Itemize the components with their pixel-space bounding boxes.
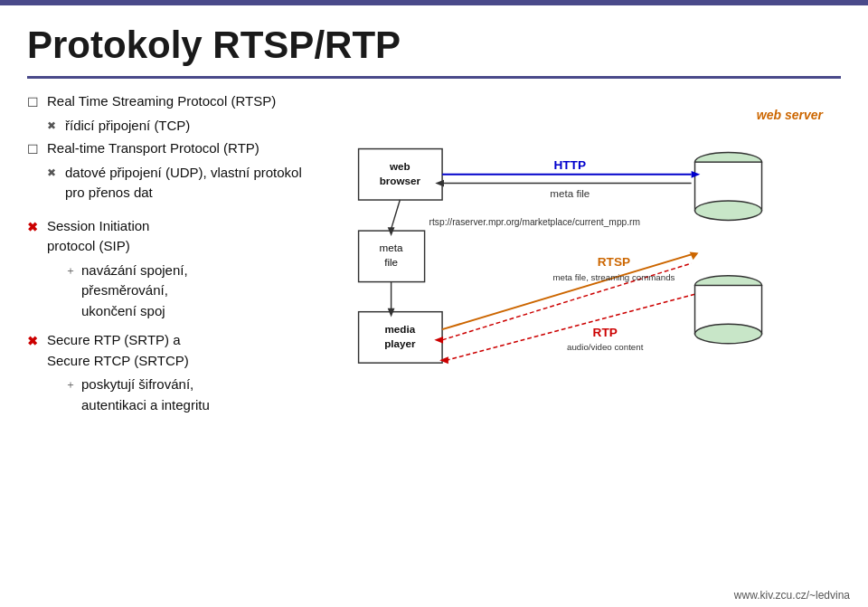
svg-text:RTSP: RTSP [598, 255, 630, 269]
svg-text:meta: meta [380, 242, 403, 253]
diagram-svg: web browser meta file media player [326, 100, 832, 435]
bullet-sip: ✖ Session Initiationprotocol (SIP) [27, 216, 316, 257]
bullet-srtp: ✖ Secure RTP (SRTP) aSecure RTCP (SRTCP) [27, 330, 316, 371]
svg-text:media: media [384, 323, 415, 335]
x-icon-4: ✖ [27, 332, 47, 351]
x-icon-2: ✖ [47, 165, 65, 181]
svg-text:player: player [384, 337, 416, 349]
bullet-sip-text: Session Initiationprotocol (SIP) [47, 216, 149, 257]
svg-line-23 [442, 254, 692, 329]
svg-text:RTP: RTP [593, 326, 618, 339]
svg-text:HTTP: HTTP [553, 158, 586, 172]
bullet-rtsp: ☐ Real Time Streaming Protocol (RTSP) [27, 91, 316, 112]
bullet-rtsp-text: Real Time Streaming Protocol (RTSP) [47, 91, 276, 112]
svg-text:meta file, streaming commands: meta file, streaming commands [552, 272, 675, 282]
plus-icon-1: ＋ [65, 262, 81, 279]
content-area: ☐ Real Time Streaming Protocol (RTSP) ✖ … [27, 91, 841, 435]
svg-marker-26 [434, 337, 443, 344]
svg-marker-24 [690, 251, 699, 260]
bullet-rtp-sub1-text: datové připojení (UDP), vlastní protokol… [65, 163, 316, 204]
bullet-rtp-text: Real-time Transport Protocol (RTP) [47, 138, 259, 159]
svg-marker-30 [439, 356, 448, 364]
divider [27, 76, 841, 79]
svg-point-35 [695, 324, 762, 343]
svg-rect-3 [359, 231, 425, 281]
svg-text:rtsp://raserver.mpr.org/market: rtsp://raserver.mpr.org/marketplace/curr… [429, 217, 640, 227]
svg-text:meta file: meta file [550, 187, 590, 199]
svg-text:browser: browser [380, 175, 421, 186]
svg-rect-0 [359, 149, 443, 200]
bullet-srtp-sub1-text: poskytují šifrování,autentikaci a integr… [81, 375, 210, 415]
svg-text:audio/video content: audio/video content [567, 342, 644, 352]
svg-line-29 [447, 294, 695, 360]
bullet-srtp-sub1: ＋ poskytují šifrování,autentikaci a inte… [65, 375, 316, 415]
svg-marker-15 [435, 180, 444, 187]
svg-point-11 [695, 201, 762, 220]
svg-marker-20 [388, 308, 395, 318]
svg-text:web: web [389, 160, 410, 172]
checkbox-icon-2: ☐ [27, 140, 47, 159]
x-icon-1: ✖ [47, 118, 65, 134]
bullet-rtsp-sub1: ✖ řídicí připojení (TCP) [47, 116, 316, 137]
bullet-rtsp-sub1-text: řídicí připojení (TCP) [65, 116, 190, 137]
right-column: web server web browser meta file media p… [326, 91, 841, 435]
svg-line-25 [442, 263, 692, 340]
svg-marker-22 [388, 227, 395, 236]
svg-text:file: file [384, 256, 398, 268]
top-bar [0, 0, 868, 5]
svg-point-9 [695, 152, 762, 171]
diagram: web server web browser meta file media p… [326, 100, 832, 435]
web-server-label: web server [757, 108, 823, 122]
svg-rect-6 [359, 312, 443, 363]
svg-rect-10 [695, 162, 762, 211]
footer: www.kiv.zcu.cz/~ledvina [734, 589, 850, 602]
svg-marker-13 [692, 171, 701, 178]
left-column: ☐ Real Time Streaming Protocol (RTSP) ✖ … [27, 91, 316, 435]
bullet-sip-sub1: ＋ navázání spojení,přesměrování,ukončení… [65, 261, 316, 322]
bullet-rtp: ☐ Real-time Transport Protocol (RTP) [27, 138, 316, 159]
checkbox-icon: ☐ [27, 93, 47, 112]
plus-icon-2: ＋ [65, 376, 81, 393]
svg-rect-34 [695, 285, 762, 334]
bullet-srtp-text: Secure RTP (SRTP) aSecure RTCP (SRTCP) [47, 330, 189, 371]
x-icon-3: ✖ [27, 218, 47, 237]
page-title: Protokoly RTSP/RTP [27, 24, 841, 67]
svg-point-33 [695, 276, 762, 295]
svg-line-21 [392, 200, 401, 229]
bullet-sip-sub1-text: navázání spojení,přesměrování,ukončení s… [81, 261, 188, 322]
page: Protokoly RTSP/RTP ☐ Real Time Streaming… [0, 0, 868, 607]
bullet-rtp-sub1: ✖ datové připojení (UDP), vlastní protok… [47, 163, 316, 204]
